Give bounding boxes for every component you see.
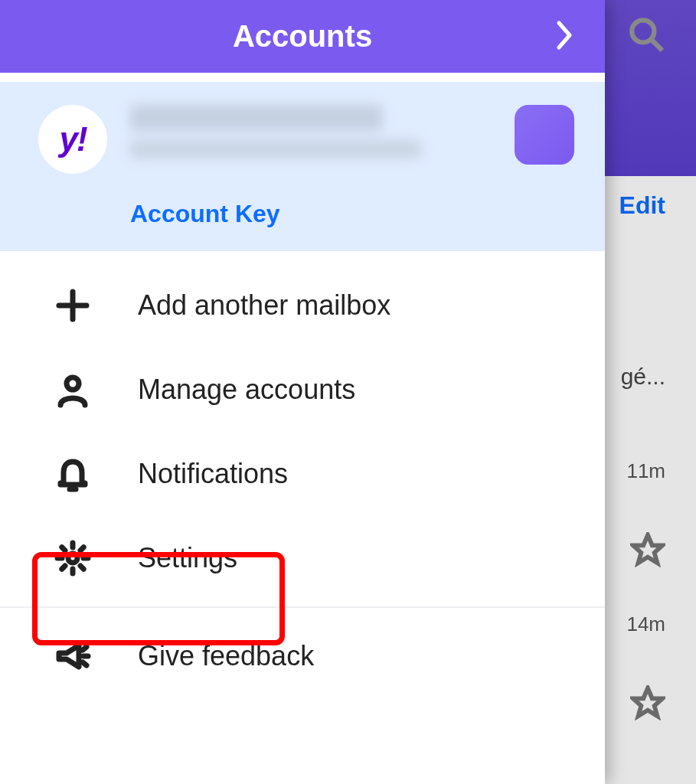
account-key-link[interactable]: Account Key <box>130 200 574 228</box>
menu-label: Give feedback <box>138 640 314 672</box>
account-name-redacted <box>130 105 383 131</box>
menu-label: Notifications <box>138 458 288 490</box>
bell-icon <box>54 455 92 493</box>
menu-label: Settings <box>138 542 237 574</box>
background-dim <box>604 0 696 784</box>
svg-line-11 <box>83 662 87 665</box>
menu-notifications[interactable]: Notifications <box>0 432 605 516</box>
divider <box>0 606 605 608</box>
panel-header[interactable]: Accounts <box>0 0 605 73</box>
menu-manage-accounts[interactable]: Manage accounts <box>0 348 605 432</box>
plus-icon <box>54 286 92 325</box>
accounts-panel: Accounts y! Account Key Add another mail… <box>0 0 605 784</box>
chevron-right-icon[interactable] <box>556 20 574 54</box>
menu-settings[interactable]: Settings <box>0 516 605 600</box>
account-email-redacted <box>130 140 421 158</box>
svg-point-6 <box>67 377 79 390</box>
account-card[interactable]: y! Account Key <box>0 73 605 251</box>
person-icon <box>54 371 92 409</box>
menu-give-feedback[interactable]: Give feedback <box>0 614 605 698</box>
svg-line-10 <box>83 647 87 650</box>
avatar-text: y! <box>59 120 86 158</box>
gear-icon <box>54 539 92 577</box>
menu-section: Add another mailbox Manage accounts Noti… <box>0 251 605 600</box>
menu-add-mailbox[interactable]: Add another mailbox <box>0 263 605 348</box>
megaphone-icon <box>54 637 92 675</box>
svg-point-8 <box>68 554 77 563</box>
account-badge[interactable] <box>515 105 574 165</box>
avatar: y! <box>38 105 107 174</box>
page-title: Accounts <box>233 19 372 54</box>
menu-label: Manage accounts <box>138 374 355 406</box>
menu-label: Add another mailbox <box>138 289 390 322</box>
